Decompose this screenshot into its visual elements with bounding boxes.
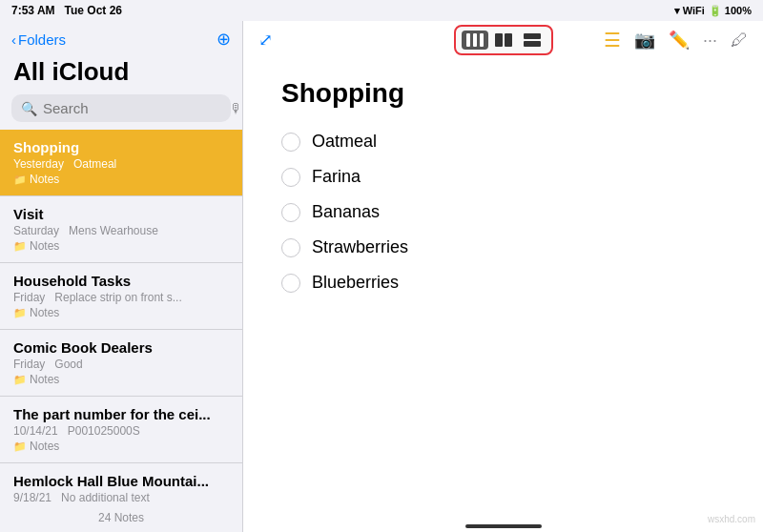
view-mode-group (454, 25, 553, 55)
detail-content: Shopping Oatmeal Farina Bananas Strawber… (243, 59, 763, 521)
battery-icon: 🔋 100% (709, 5, 752, 17)
wifi-icon: ▾ WiFi (674, 5, 705, 17)
note-meta: Friday Good (13, 358, 229, 371)
checklist-label-bananas: Bananas (312, 202, 380, 222)
bottom-bar (465, 524, 542, 528)
notes-list: Shopping Yesterday Oatmeal 📁 Notes Visit… (0, 130, 242, 503)
search-input[interactable] (43, 100, 224, 116)
note-title: Visit (13, 206, 229, 222)
pencil-circle-icon[interactable]: ✏️ (669, 30, 690, 51)
expand-icon[interactable]: ⤢ (258, 30, 273, 51)
note-folder: Notes (30, 373, 59, 386)
note-title: The part number for the cei... (13, 406, 229, 422)
back-label: Folders (18, 31, 66, 48)
folder-icon: 📁 (13, 174, 27, 186)
note-title: Comic Book Dealers (13, 339, 229, 356)
view-mode-button-1[interactable] (462, 31, 488, 50)
notes-count: 24 Notes (0, 503, 242, 532)
search-bar[interactable]: 🔍 🎙 (11, 94, 231, 122)
toolbar-center (454, 25, 553, 55)
back-button[interactable]: ‹ Folders (11, 31, 66, 48)
checklist-item: Strawberries (281, 237, 725, 257)
note-folder-row: 📁 Notes (13, 440, 229, 453)
note-folder: Notes (30, 440, 59, 453)
note-folder: Notes (30, 239, 59, 253)
svg-rect-1 (473, 33, 477, 47)
chevron-left-icon: ‹ (11, 31, 16, 48)
checklist-label-oatmeal: Oatmeal (312, 132, 377, 152)
note-detail-title: Shopping (281, 78, 725, 109)
mic-icon[interactable]: 🎙 (230, 101, 243, 116)
list-item[interactable]: Visit Saturday Mens Wearhouse 📁 Notes (0, 196, 242, 263)
note-folder: Notes (30, 306, 59, 319)
search-icon: 🔍 (21, 101, 37, 116)
checkbox-farina[interactable] (281, 168, 300, 187)
note-title: Shopping (13, 139, 229, 155)
checkbox-oatmeal[interactable] (281, 133, 300, 152)
status-date: Tue Oct 26 (65, 4, 122, 17)
svg-rect-6 (524, 41, 541, 47)
watermark: wsxhd.com (708, 514, 755, 524)
list-item[interactable]: Comic Book Dealers Friday Good 📁 Notes (0, 330, 242, 397)
checklist-item: Oatmeal (281, 132, 725, 152)
checklist-icon[interactable]: ☰ (604, 29, 621, 51)
svg-rect-2 (480, 33, 484, 47)
list-item[interactable]: Hemlock Hall Blue Mountai... 9/18/21 No … (0, 463, 242, 503)
toolbar-left: ⤢ (258, 30, 273, 51)
sidebar: ‹ Folders ⊕ All iCloud 🔍 🎙 Shopping Yest… (0, 21, 243, 532)
detail-panel: ⤢ (243, 21, 763, 532)
compose-icon[interactable]: 🖊 (731, 31, 748, 51)
svg-rect-3 (495, 33, 503, 47)
note-meta: 10/14/21 P001025000S (13, 424, 229, 438)
note-meta: Saturday Mens Wearhouse (13, 224, 229, 237)
note-meta: Yesterday Oatmeal (13, 157, 229, 171)
ellipsis-icon[interactable]: ··· (703, 31, 717, 51)
checklist-item: Blueberries (281, 273, 725, 293)
note-folder-row: 📁 Notes (13, 239, 229, 253)
list-item[interactable]: The part number for the cei... 10/14/21 … (0, 397, 242, 463)
status-time: 7:53 AM (11, 4, 55, 17)
note-title: Hemlock Hall Blue Mountai... (13, 473, 229, 489)
note-meta: 9/18/21 No additional text (13, 491, 229, 503)
sidebar-header: ‹ Folders ⊕ (0, 21, 242, 53)
checkbox-bananas[interactable] (281, 203, 300, 222)
list-item[interactable]: Household Tasks Friday Replace strip on … (0, 263, 242, 330)
checkbox-strawberries[interactable] (281, 238, 300, 257)
more-icon[interactable]: ⊕ (217, 29, 231, 50)
checklist-item: Farina (281, 167, 725, 187)
sidebar-title: All iCloud (0, 53, 242, 94)
note-title: Household Tasks (13, 273, 229, 289)
view-mode-button-3[interactable] (519, 31, 546, 50)
list-item[interactable]: Shopping Yesterday Oatmeal 📁 Notes (0, 130, 242, 196)
note-folder-row: 📁 Notes (13, 373, 229, 386)
view-mode-button-2[interactable] (490, 31, 517, 50)
folder-icon: 📁 (13, 307, 27, 319)
status-right: ▾ WiFi 🔋 100% (674, 5, 752, 17)
checklist-label-blueberries: Blueberries (312, 273, 399, 293)
svg-rect-5 (524, 33, 541, 39)
status-bar: 7:53 AM Tue Oct 26 ▾ WiFi 🔋 100% (0, 0, 763, 21)
note-folder-row: 📁 Notes (13, 173, 229, 186)
note-folder-row: 📁 Notes (13, 306, 229, 319)
main-layout: ‹ Folders ⊕ All iCloud 🔍 🎙 Shopping Yest… (0, 21, 763, 532)
status-left: 7:53 AM Tue Oct 26 (11, 4, 122, 17)
toolbar-right: ☰ 📷 ✏️ ··· 🖊 (604, 29, 748, 51)
svg-rect-0 (466, 33, 470, 47)
note-meta: Friday Replace strip on front s... (13, 291, 229, 304)
note-folder: Notes (30, 173, 59, 186)
folder-icon: 📁 (13, 240, 27, 253)
checkbox-blueberries[interactable] (281, 274, 300, 293)
checklist-item: Bananas (281, 202, 725, 222)
folder-icon: 📁 (13, 374, 27, 386)
camera-icon[interactable]: 📷 (634, 30, 655, 51)
checklist-label-strawberries: Strawberries (312, 237, 408, 257)
detail-toolbar: ⤢ (243, 21, 763, 59)
checklist-label-farina: Farina (312, 167, 361, 187)
folder-icon: 📁 (13, 440, 27, 453)
svg-rect-4 (505, 33, 512, 47)
